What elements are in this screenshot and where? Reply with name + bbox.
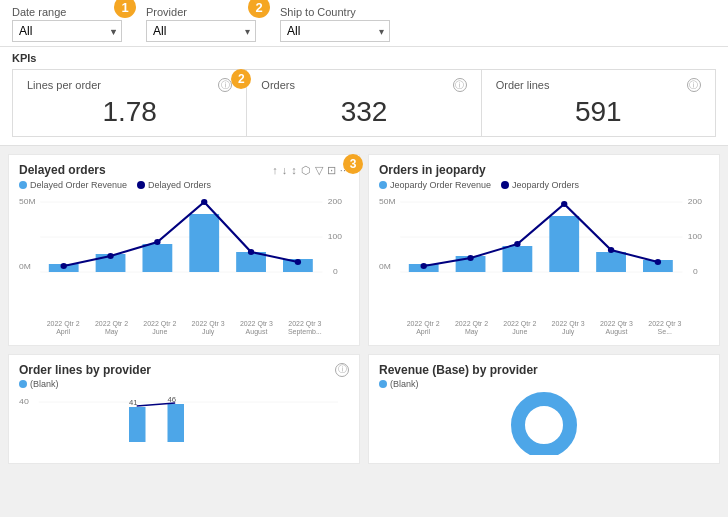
provider-select[interactable]: All [146,20,256,42]
badge-1: 1 [114,0,136,18]
order-lines-provider-title: Order lines by provider [19,363,151,377]
kpi-section: KPIs Lines per order ⓘ 2 1.78 Orders ⓘ 3… [0,47,728,146]
order-lines-legend: (Blank) [19,379,349,389]
svg-text:46: 46 [168,395,177,404]
kpi-order-lines-title: Order lines [496,79,550,91]
svg-point-14 [61,263,67,269]
svg-rect-32 [596,252,626,272]
kpi-orders-info-icon[interactable]: ⓘ [453,78,467,92]
svg-point-47 [530,411,558,439]
svg-rect-43 [168,404,185,442]
jeopardy-orders-legend: Jeopardy Order Revenue Jeopardy Orders [379,180,709,190]
legend-delayed-orders: Delayed Orders [137,180,211,190]
ship-to-country-select[interactable]: All [280,20,390,42]
svg-text:40: 40 [19,396,29,406]
kpi-card-order-lines: Order lines ⓘ 591 [482,70,715,136]
sort-asc-icon[interactable]: ↑ [272,164,278,176]
date-range-label: Date range [12,6,122,18]
ship-to-country-label: Ship to Country [280,6,390,18]
kpi-card-lines-per-order: Lines per order ⓘ 2 1.78 [13,70,247,136]
kpi-orders-value: 332 [261,96,466,128]
date-range-select[interactable]: All [12,20,122,42]
filters-bar: Date range All ▾ 1 Provider All ▾ 2 Ship… [0,0,728,47]
delayed-orders-panel: Delayed orders ↑ ↓ ↕ ⬡ ▽ ⊡ ··· 3 Delayed… [8,154,360,346]
svg-point-37 [561,201,567,207]
filter-icon[interactable]: ▽ [315,164,323,177]
revenue-legend: (Blank) [379,379,709,389]
expand-icon[interactable]: ⊡ [327,164,336,177]
sort-desc-icon[interactable]: ↓ [282,164,288,176]
kpi-lines-per-order-value: 1.78 [27,96,232,128]
ship-to-country-filter: Ship to Country All ▾ [280,6,390,42]
svg-point-36 [514,241,520,247]
svg-point-18 [248,249,254,255]
svg-rect-31 [549,216,579,272]
svg-text:0M: 0M [19,262,31,271]
legend-jeopardy-orders: Jeopardy Orders [501,180,579,190]
svg-point-19 [295,259,301,265]
order-lines-info-icon[interactable]: ⓘ [335,363,349,377]
order-lines-provider-panel: Order lines by provider ⓘ (Blank) 40 41 … [8,354,360,464]
provider-label: Provider [146,6,256,18]
svg-text:100: 100 [328,232,343,241]
delayed-orders-chart-area: 50M 0M 200 100 0 [19,194,349,324]
svg-text:0M: 0M [379,262,391,271]
kpi-cards: Lines per order ⓘ 2 1.78 Orders ⓘ 332 Or… [12,69,716,137]
date-range-filter: Date range All ▾ 1 [12,6,122,42]
revenue-provider-panel: Revenue (Base) by provider (Blank) [368,354,720,464]
kpi-lines-info-icon[interactable]: ⓘ 2 [218,78,232,92]
svg-text:0: 0 [693,267,698,276]
kpi-section-label: KPIs [12,52,716,64]
badge-2: 2 [248,0,270,18]
svg-rect-10 [142,244,172,272]
kpi-order-lines-info-icon[interactable]: ⓘ [687,78,701,92]
charts-row: Delayed orders ↑ ↓ ↕ ⬡ ▽ ⊡ ··· 3 Delayed… [0,146,728,354]
svg-text:50M: 50M [19,197,36,206]
svg-text:200: 200 [328,197,343,206]
order-lines-chart: 40 41 46 [19,392,349,452]
svg-point-39 [655,259,661,265]
svg-text:50M: 50M [379,197,396,206]
revenue-donut-chart [379,393,709,453]
badge-3: 3 [343,154,363,174]
sort-both-icon[interactable]: ↕ [291,164,297,176]
delayed-orders-toolbar: ↑ ↓ ↕ ⬡ ▽ ⊡ ··· 3 [272,164,349,177]
svg-rect-11 [189,214,219,272]
svg-text:0: 0 [333,267,338,276]
kpi-order-lines-value: 591 [496,96,701,128]
hierarchy-icon[interactable]: ⬡ [301,164,311,177]
kpi-card-orders: Orders ⓘ 332 [247,70,481,136]
svg-text:41: 41 [129,398,138,407]
svg-point-35 [467,255,473,261]
svg-point-17 [201,199,207,205]
svg-point-38 [608,247,614,253]
legend-delayed-revenue: Delayed Order Revenue [19,180,127,190]
svg-point-34 [421,263,427,269]
kpi-lines-per-order-title: Lines per order [27,79,101,91]
revenue-provider-title: Revenue (Base) by provider [379,363,538,377]
jeopardy-orders-chart-area: 50M 0M 200 100 0 [379,194,709,324]
svg-text:100: 100 [688,232,703,241]
bottom-charts-row: Order lines by provider ⓘ (Blank) 40 41 … [0,354,728,472]
delayed-orders-title: Delayed orders [19,163,106,177]
svg-rect-30 [502,246,532,272]
svg-point-16 [154,239,160,245]
provider-filter: Provider All ▾ 2 [146,6,256,42]
kpi-orders-title: Orders [261,79,295,91]
svg-rect-42 [129,407,146,442]
delayed-orders-legend: Delayed Order Revenue Delayed Orders [19,180,349,190]
jeopardy-orders-panel: Orders in jeopardy Jeopardy Order Revenu… [368,154,720,346]
svg-text:200: 200 [688,197,703,206]
jeopardy-orders-title: Orders in jeopardy [379,163,486,177]
svg-point-15 [107,253,113,259]
legend-jeopardy-revenue: Jeopardy Order Revenue [379,180,491,190]
